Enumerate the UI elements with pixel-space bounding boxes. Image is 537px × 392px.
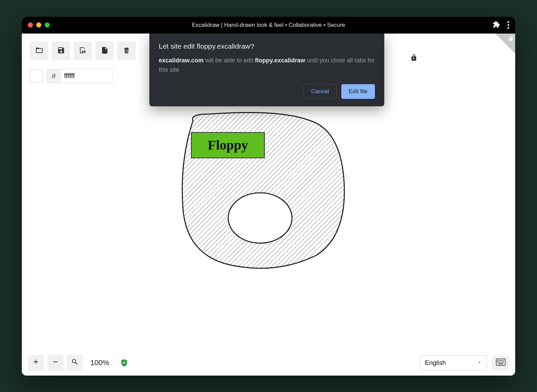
close-window-button[interactable]: [28, 22, 33, 27]
edit-file-button[interactable]: Edit file: [341, 84, 375, 99]
dialog-site: excalidraw.com: [159, 57, 203, 64]
chevron-up-icon: [477, 359, 482, 367]
svg-rect-14: [499, 362, 500, 362]
window-title: Excalidraw | Hand-drawn look & feel • Co…: [192, 22, 345, 29]
floppy-label: Floppy: [191, 132, 265, 158]
plus-icon: [32, 357, 40, 368]
zoom-group: 100%: [28, 355, 129, 371]
canvas-drawing[interactable]: Floppy: [169, 107, 357, 275]
permission-dialog: Let site edit floppy.excalidraw? excalid…: [149, 34, 384, 107]
window-controls: [28, 22, 50, 27]
cancel-button[interactable]: Cancel: [303, 84, 337, 99]
dialog-text: excalidraw.com will be able to edit flop…: [159, 56, 375, 75]
delete-button[interactable]: [117, 42, 136, 60]
color-picker-row: #: [28, 67, 115, 85]
save-as-icon: [79, 46, 87, 55]
dialog-title: Let site edit floppy.excalidraw?: [159, 42, 375, 50]
minimize-window-button[interactable]: [36, 22, 41, 27]
dialog-filename: floppy.excalidraw: [255, 57, 305, 64]
svg-rect-10: [502, 360, 503, 361]
svg-rect-16: [502, 362, 503, 362]
titlebar: Excalidraw | Hand-drawn look & feel • Co…: [22, 17, 515, 34]
zoom-reset-button[interactable]: [67, 355, 83, 371]
zoom-out-button[interactable]: [47, 355, 63, 371]
maximize-window-button[interactable]: [45, 22, 50, 27]
trash-icon: [123, 46, 131, 55]
svg-rect-13: [498, 362, 499, 362]
extensions-icon[interactable]: [493, 21, 500, 30]
app-body: # Flopp: [22, 34, 515, 376]
color-hex-input[interactable]: [61, 69, 113, 83]
keyboard-icon: [496, 358, 506, 367]
export-button[interactable]: [95, 42, 114, 60]
svg-rect-15: [501, 362, 501, 362]
svg-rect-8: [499, 360, 500, 361]
save-as-button[interactable]: [74, 42, 92, 60]
bottom-bar: 100% English: [28, 355, 509, 371]
svg-rect-6: [497, 360, 498, 361]
language-select[interactable]: English: [420, 355, 487, 370]
app-window: Excalidraw | Hand-drawn look & feel • Co…: [22, 17, 515, 376]
titlebar-right: [493, 21, 509, 30]
svg-rect-17: [503, 362, 504, 362]
more-menu-icon[interactable]: [507, 21, 509, 29]
svg-rect-18: [498, 363, 503, 364]
svg-rect-9: [501, 360, 501, 361]
svg-rect-7: [498, 360, 499, 361]
save-icon: [57, 46, 65, 55]
dialog-actions: Cancel Edit file: [159, 84, 375, 99]
svg-point-4: [228, 193, 292, 243]
language-label: English: [425, 359, 446, 367]
folder-open-icon: [35, 46, 43, 55]
corner-fold-icon[interactable]: [495, 34, 515, 54]
file-toolbar: [28, 40, 138, 62]
bottom-right: English: [420, 355, 509, 370]
shield-icon: [120, 358, 129, 367]
unlock-icon[interactable]: [410, 54, 418, 63]
minus-icon: [52, 357, 59, 368]
svg-rect-11: [503, 360, 504, 361]
reset-zoom-icon: [71, 357, 79, 368]
export-icon: [101, 46, 109, 55]
open-button[interactable]: [30, 42, 48, 60]
hash-label: #: [47, 69, 61, 83]
save-button[interactable]: [52, 42, 70, 60]
svg-marker-0: [495, 34, 515, 54]
zoom-in-button[interactable]: [28, 355, 44, 371]
color-swatch[interactable]: [30, 69, 43, 83]
keyboard-button[interactable]: [492, 355, 509, 370]
svg-rect-12: [497, 362, 498, 362]
zoom-level: 100%: [86, 358, 113, 367]
